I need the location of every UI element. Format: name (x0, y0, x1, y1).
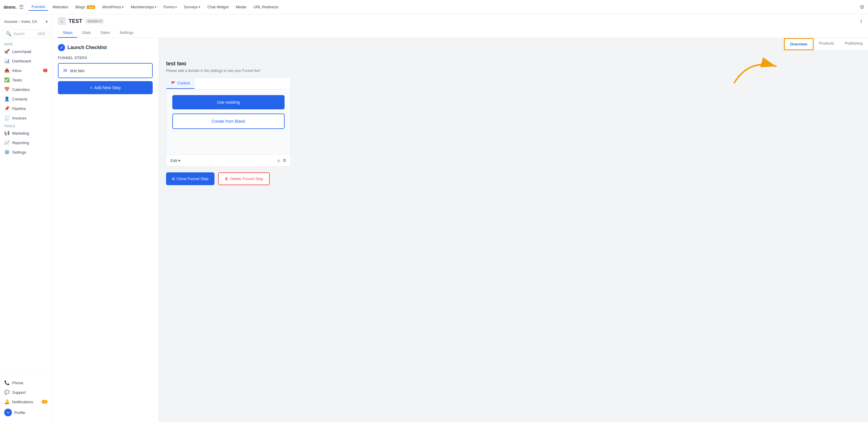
nav-blogs[interactable]: Blogs New (72, 4, 98, 10)
launchpad-label: Launchpad (12, 49, 31, 54)
new-badge: New (87, 5, 95, 9)
nav-funnels[interactable]: Funnels (29, 3, 48, 11)
sidebar-item-settings[interactable]: ⚙️ Settings (0, 147, 52, 157)
nav-media[interactable]: Media (233, 4, 249, 10)
tab-stats[interactable]: Stats (77, 28, 96, 38)
wordpress-chevron: ▾ (122, 5, 124, 9)
launch-checklist-header: ✓ Launch Checklist (58, 44, 153, 51)
use-existing-button[interactable]: Use existing (172, 95, 285, 109)
launchpad-icon: 🚀 (4, 49, 10, 54)
inbox-icon: 📥 (4, 68, 10, 73)
tasks-icon: ✅ (4, 77, 10, 83)
invoices-label: Invoices (12, 116, 26, 120)
sidebar-item-marketing[interactable]: 📢 Marketing (0, 128, 52, 138)
tab-settings[interactable]: Settings (115, 28, 138, 38)
funnel-steps-label: Funnel Steps (58, 56, 153, 60)
contacts-label: Contacts (12, 97, 27, 101)
edit-chevron-icon: ▾ (178, 158, 180, 163)
marketing-icon: 📢 (4, 130, 10, 136)
nav-memberships[interactable]: Memberships ▾ (128, 4, 159, 10)
forms-chevron: ▾ (175, 5, 177, 9)
sidebar-item-invoices[interactable]: 🧾 Invoices (0, 113, 52, 123)
sidebar-item-calendars[interactable]: 📅 Calendars (0, 85, 52, 94)
phone-label: Phone (12, 381, 24, 385)
clone-label: Clone Funnel Step (177, 177, 209, 181)
surveys-chevron: ▾ (199, 5, 200, 9)
nav-websites[interactable]: Websites (49, 4, 71, 10)
main-content: ‹ TEST Version 2 ℹ Steps Stats Sales Set… (52, 14, 868, 422)
account-label: Account -- Irvine, CA (4, 20, 37, 24)
create-blank-button[interactable]: Create from Blank (172, 114, 285, 129)
pipeline-label: Pipeline (12, 107, 26, 111)
settings-icon2: ⚙️ (4, 149, 10, 155)
settings-step-button[interactable]: ⚙ (282, 158, 286, 163)
tab-steps[interactable]: Steps (58, 28, 77, 38)
tab-sales[interactable]: Sales (96, 28, 115, 38)
sidebar-item-launchpad[interactable]: 🚀 Launchpad (0, 47, 52, 56)
reporting-label: Reporting (12, 141, 29, 145)
inbox-label: Inbox (12, 68, 22, 73)
step-detail: test two Please add a domain in the sett… (166, 45, 861, 185)
edit-button[interactable]: Edit ▾ (170, 158, 180, 163)
add-step-label: Add New Step (94, 85, 121, 90)
sidebar-item-reporting[interactable]: 📈 Reporting (0, 138, 52, 147)
info-button[interactable]: ℹ (860, 19, 862, 24)
plus-icon: + (90, 85, 92, 90)
right-tabs: Overview Products Publishing (784, 38, 868, 51)
version-badge: Version 2 (85, 19, 104, 24)
nav-url-redirects[interactable]: URL Redirects (250, 4, 281, 10)
nav-chat-widget[interactable]: Chat Widget (205, 4, 232, 10)
add-step-button[interactable]: + Add New Step (58, 81, 153, 94)
sidebar-item-tasks[interactable]: ✅ Tasks (0, 75, 52, 85)
account-selector[interactable]: Account -- Irvine, CA ▾ (0, 18, 52, 27)
tab-publishing[interactable]: Publishing (839, 38, 868, 50)
tasks-label: Tasks (12, 78, 22, 82)
nav-forms[interactable]: Forms ▾ (160, 4, 180, 10)
nav-surveys[interactable]: Surveys ▾ (181, 4, 203, 10)
notifications-badge: 14 (41, 400, 48, 403)
sidebar-item-phone[interactable]: 📞 Phone (0, 378, 52, 388)
domain-warning: Please add a domain in the settings to s… (166, 69, 861, 73)
apps-section-label: Apps (0, 41, 52, 47)
tab-overview[interactable]: Overview (784, 38, 814, 50)
funnel-step-item[interactable]: ✉ test two (58, 63, 153, 78)
clone-button[interactable]: ⧉ Clone Funnel Step (166, 172, 215, 185)
dashboard-icon: 📊 (4, 58, 10, 64)
dashboard-label: Dashboard (12, 59, 31, 63)
sidebar-item-pipeline[interactable]: 📌 Pipeline (0, 104, 52, 113)
page-tabs: Steps Stats Sales Settings (58, 28, 862, 38)
clone-delete-row: ⧉ Clone Funnel Step 🗑 Delete Funnel Step (166, 172, 861, 185)
sidebar-item-support[interactable]: 💬 Support (0, 388, 52, 397)
notifications-icon: 🔔 (4, 399, 10, 404)
invoices-icon: 🧾 (4, 115, 10, 121)
control-label: Control (177, 81, 190, 85)
memberships-chevron: ▾ (155, 5, 156, 9)
inbox-badge: 1 (43, 69, 48, 72)
nav-links: Funnels Websites Blogs New WordPress ▾ M… (29, 3, 860, 11)
back-button[interactable]: ‹ (58, 17, 66, 25)
delete-label: Delete Funnel Step (230, 177, 263, 181)
reporting-icon: 📈 (4, 140, 10, 145)
account-chevron: ▾ (46, 20, 48, 24)
nav-wordpress[interactable]: WordPress ▾ (99, 4, 127, 10)
contacts-icon: 👤 (4, 96, 10, 102)
step-name: test two (70, 68, 84, 73)
search-label: Search (13, 32, 25, 36)
sidebar-item-dashboard[interactable]: 📊 Dashboard (0, 56, 52, 66)
sidebar-item-notifications[interactable]: 🔔 Notifications 14 (0, 397, 52, 406)
settings-icon[interactable]: ⚙ (860, 4, 864, 10)
calendars-icon: 📅 (4, 87, 10, 92)
sidebar-item-contacts[interactable]: 👤 Contacts (0, 94, 52, 104)
notifications-label: Notifications (12, 400, 33, 404)
hamburger-button[interactable]: ☰ (19, 4, 24, 10)
sidebar-item-inbox[interactable]: 📥 Inbox 1 (0, 66, 52, 75)
external-link-button[interactable]: ⎋ (277, 158, 280, 163)
checklist-icon: ✓ (58, 44, 65, 51)
tab-products[interactable]: Products (814, 38, 839, 50)
step-tab-control[interactable]: 🚩 Control (166, 78, 194, 89)
avatar: U (4, 409, 12, 416)
search-bar[interactable]: 🔍 Search ctrl K (2, 29, 49, 38)
delete-button[interactable]: 🗑 Delete Funnel Step (218, 172, 270, 185)
left-panel: ✓ Launch Checklist Funnel Steps ✉ test t… (52, 38, 159, 422)
sidebar-item-profile[interactable]: U Profile (0, 406, 52, 418)
